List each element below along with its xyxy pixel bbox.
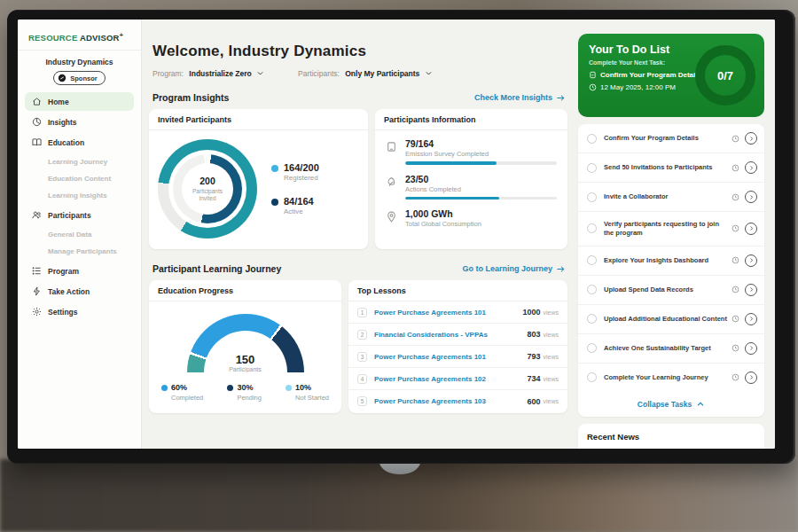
sidebar-item-general-data[interactable]: General Data (25, 226, 134, 243)
chevron-right-icon[interactable] (745, 372, 757, 384)
sidebar-item-learning-insights[interactable]: Learning Insights (25, 187, 134, 204)
chevron-right-icon[interactable] (745, 284, 757, 296)
sponsor-badge[interactable]: Sponsor (53, 71, 105, 85)
recent-news-title: Recent News (587, 432, 755, 442)
chevron-down-icon (256, 69, 264, 77)
chevron-right-icon[interactable] (745, 161, 757, 174)
card-title: Invited Participants (149, 109, 368, 130)
filters-row: Program: Industrialize Zero Participants… (153, 69, 567, 78)
lesson-row[interactable]: 4 Power Purchase Agreements 102 734 view… (348, 368, 567, 390)
invited-participants-card: Invited Participants 200 Participants In… (149, 109, 368, 249)
task-row[interactable]: Upload Spend Data Records (578, 276, 764, 305)
card-title: Participants Information (375, 109, 567, 130)
lesson-title-link[interactable]: Power Purchase Agreements 101 (374, 309, 522, 317)
program-filter-value: Industrialize Zero (189, 69, 251, 78)
task-row[interactable]: Complete Your Learning Journey (578, 364, 764, 392)
sidebar-item-take-action[interactable]: Take Action (25, 282, 134, 301)
lesson-title-link[interactable]: Financial Considerations - VPPAs (374, 331, 527, 339)
logo-secondary: ADVISOR (80, 33, 120, 43)
task-checkbox[interactable] (587, 223, 597, 233)
task-checkbox[interactable] (587, 314, 597, 324)
program-filter-label: Program: (153, 69, 184, 78)
chevron-right-icon[interactable] (745, 132, 757, 145)
task-row[interactable]: Upload Additional Educational Content (578, 305, 764, 334)
legend-item-pending: 30% Pending (227, 383, 262, 402)
sidebar-item-label: Settings (48, 308, 78, 317)
task-row[interactable]: Confirm Your Program Details (578, 124, 764, 153)
chevron-right-icon[interactable] (745, 223, 757, 235)
link-label: Go to Learning Journey (462, 264, 552, 273)
lesson-title-link[interactable]: Power Purchase Agreements 101 (374, 353, 527, 361)
clock-icon (732, 256, 739, 264)
chevron-right-icon[interactable] (745, 342, 757, 355)
link-label: Check More Insights (474, 93, 552, 102)
lesson-row[interactable]: 3 Power Purchase Agreements 101 793 view… (348, 346, 567, 368)
gauge-center-label: 150 Participants (187, 353, 304, 372)
monitor-bezel: RESOURCE ADVISOR+ Industry Dynamics Spon… (7, 10, 795, 464)
todo-panel: Your To Do List Complete Your Next Task:… (576, 20, 775, 449)
actions-icon (386, 176, 397, 187)
task-checkbox[interactable] (587, 163, 597, 173)
sidebar-item-program[interactable]: Program (25, 262, 134, 280)
check-more-insights-link[interactable]: Check More Insights (474, 93, 566, 103)
clock-icon (732, 224, 739, 232)
lesson-rank: 2 (357, 330, 367, 340)
top-lessons-card: Top Lessons 1 Power Purchase Agreements … (348, 280, 567, 413)
lesson-title-link[interactable]: Power Purchase Agreements 103 (374, 397, 527, 405)
todo-due-date: 12 May 2025, 12:00 PM (600, 83, 676, 91)
task-checkbox[interactable] (587, 134, 597, 144)
sidebar-item-participants[interactable]: Participants (25, 206, 134, 224)
legend-label: Pending (237, 394, 262, 402)
sidebar-item-education-content[interactable]: Education Content (25, 170, 134, 187)
lesson-row[interactable]: 2 Financial Considerations - VPPAs 803 v… (348, 324, 567, 346)
sidebar-item-insights[interactable]: Insights (25, 113, 134, 131)
gauge-center-caption: Participants (187, 366, 304, 372)
lesson-row[interactable]: 5 Power Purchase Agreements 103 600 view… (348, 390, 567, 412)
lesson-title-link[interactable]: Power Purchase Agreements 102 (374, 375, 527, 383)
stat-label: Actions Completed (405, 185, 557, 193)
sponsor-icon (58, 74, 66, 82)
program-insights-header: Program Insights Check More Insights (153, 92, 566, 103)
chevron-right-icon[interactable] (745, 191, 757, 203)
task-checkbox[interactable] (587, 255, 597, 265)
invited-legend: 164/200 Registered 84/164 Active (271, 162, 319, 215)
invited-donut-chart: 200 Participants Invited 164/200 Registe… (149, 130, 368, 247)
lesson-row[interactable]: 1 Power Purchase Agreements 101 1000 vie… (348, 301, 567, 324)
task-label: Upload Spend Data Records (604, 286, 728, 294)
sidebar-item-settings[interactable]: Settings (25, 302, 134, 321)
sidebar-item-education[interactable]: Education (25, 133, 134, 152)
participants-filter[interactable]: Participants: Only My Participants (298, 69, 433, 78)
education-icon (32, 137, 42, 147)
task-row[interactable]: Achieve One Sustainability Target (578, 334, 764, 364)
task-checkbox[interactable] (587, 343, 597, 353)
recent-news-card: Recent News (578, 424, 764, 450)
task-row[interactable]: Invite a Collaborator (578, 183, 764, 212)
legend-dot (161, 385, 168, 391)
task-checkbox[interactable] (587, 372, 597, 382)
progress-track (405, 197, 557, 200)
program-icon (32, 266, 42, 276)
section-title: Program Insights (153, 92, 229, 103)
sidebar-item-home[interactable]: Home (25, 92, 134, 111)
task-row[interactable]: Explore Your Insights Dashboard (578, 246, 764, 276)
sidebar: RESOURCE ADVISOR+ Industry Dynamics Spon… (18, 20, 142, 449)
stat-label: Emission Survey Completed (405, 150, 557, 158)
chevron-right-icon[interactable] (745, 313, 757, 325)
task-checkbox[interactable] (587, 192, 597, 202)
task-checkbox[interactable] (587, 285, 597, 294)
sidebar-item-manage-participants[interactable]: Manage Participants (25, 243, 134, 260)
education-gauge-chart: 150 Participants (187, 314, 304, 372)
chevron-right-icon[interactable] (745, 254, 757, 267)
go-to-learning-journey-link[interactable]: Go to Learning Journey (462, 264, 566, 274)
org-name: Industry Dynamics (18, 58, 141, 66)
task-row[interactable]: Send 50 Invitations to Participants (578, 153, 764, 183)
collapse-tasks-link[interactable]: Collapse Tasks (578, 392, 764, 417)
sponsor-badge-label: Sponsor (70, 74, 97, 82)
participants-icon (32, 210, 42, 220)
program-filter[interactable]: Program: Industrialize Zero (153, 69, 264, 78)
task-row[interactable]: Verify participants requesting to join t… (578, 212, 764, 246)
legend-value: 10% (295, 383, 311, 392)
stat-row: 23/50 Actions Completed (386, 174, 557, 200)
legend-label: Not Started (295, 394, 329, 402)
sidebar-item-learning-journey[interactable]: Learning Journey (25, 153, 134, 170)
